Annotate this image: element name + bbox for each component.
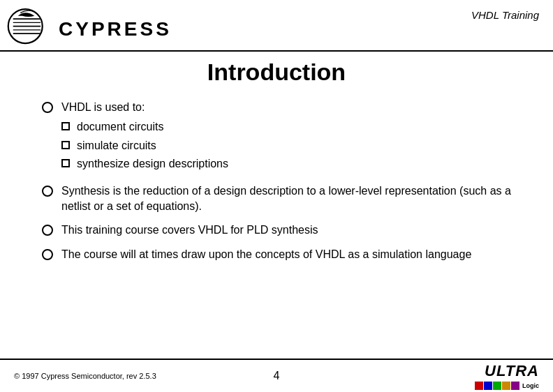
list-item: synthesize design descriptions — [61, 156, 511, 172]
bullet-circle-icon — [42, 102, 53, 113]
copyright-text: © 1997 Cypress Semiconductor, rev 2.5.3 — [14, 372, 156, 380]
logo-area: CYPRESS — [7, 6, 172, 47]
list-item: VHDL is used to: document circuits simul… — [42, 100, 511, 175]
bullet-text: Synthesis is the reduction of a design d… — [61, 183, 511, 215]
sub-bullet-icon — [61, 141, 70, 149]
header: CYPRESS VHDL Training — [0, 0, 553, 52]
slide: CYPRESS VHDL Training Introduction VHDL … — [0, 0, 553, 392]
list-item: Synthesis is the reduction of a design d… — [42, 183, 511, 215]
cypress-logo-icon — [7, 6, 56, 47]
header-title: VHDL Training — [471, 9, 539, 21]
logic-block — [502, 382, 510, 390]
sub-bullet-icon — [61, 159, 70, 167]
logic-block — [475, 382, 483, 390]
ultra-logic-logo: ULTRA Logic — [475, 362, 539, 390]
logic-block — [484, 382, 492, 390]
logic-block — [511, 382, 519, 390]
ultra-text: ULTRA — [485, 362, 539, 380]
main-content: Introduction VHDL is used to: document c… — [0, 52, 553, 278]
bullet-circle-icon — [42, 225, 53, 236]
footer: © 1997 Cypress Semiconductor, rev 2.5.3 … — [0, 359, 553, 392]
logic-block — [493, 382, 501, 390]
bullet-text: The course will at times draw upon the c… — [61, 247, 511, 262]
logo-text: CYPRESS — [59, 18, 172, 40]
bullet-text: VHDL is used to: document circuits simul… — [61, 100, 511, 175]
page-number: 4 — [274, 370, 280, 382]
bullet-text: This training course covers VHDL for PLD… — [61, 223, 511, 238]
list-item: This training course covers VHDL for PLD… — [42, 223, 511, 238]
list-item: The course will at times draw upon the c… — [42, 247, 511, 262]
bullet-circle-icon — [42, 186, 53, 197]
bullet-list: VHDL is used to: document circuits simul… — [42, 100, 511, 262]
slide-title: Introduction — [42, 59, 511, 86]
list-item: document circuits — [61, 119, 511, 135]
logic-grid: Logic — [475, 382, 539, 390]
bullet-circle-icon — [42, 249, 53, 260]
list-item: simulate circuits — [61, 138, 511, 153]
logic-text: Logic — [520, 382, 539, 390]
sub-bullet-icon — [61, 122, 70, 130]
sub-list: document circuits simulate circuits synt… — [61, 119, 511, 172]
